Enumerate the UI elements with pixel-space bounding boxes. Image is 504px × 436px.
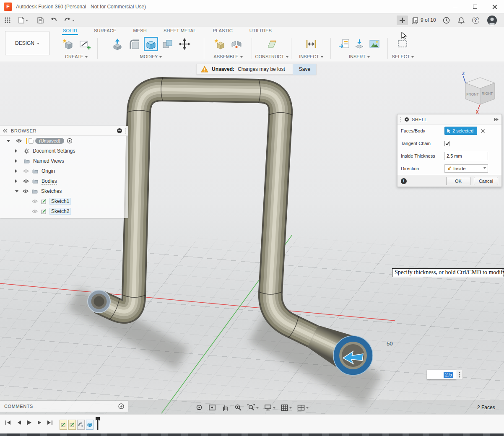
insert-mesh-icon[interactable] (353, 37, 366, 51)
expand-icon[interactable] (15, 149, 19, 153)
expand-dialog-icon[interactable] (494, 117, 499, 122)
joint-icon[interactable] (229, 37, 244, 51)
timeline-step-back-icon[interactable] (14, 418, 23, 427)
notifications-bell-icon[interactable] (456, 15, 466, 25)
visibility-eye-icon[interactable] (16, 139, 22, 143)
timeline-sweep-icon[interactable] (77, 420, 85, 430)
view-cube[interactable]: Z FRONT RIGHT X (453, 69, 503, 115)
close-button[interactable] (486, 0, 503, 13)
user-avatar[interactable] (487, 16, 497, 25)
display-settings-icon[interactable] (264, 404, 275, 411)
inside-thickness-input[interactable] (444, 152, 488, 160)
tree-row-sketches[interactable]: Sketches (0, 186, 128, 196)
tree-row-sketch2[interactable]: Sketch2 (0, 206, 128, 216)
minimize-button[interactable] (446, 0, 464, 13)
tree-row-origin[interactable]: Origin (0, 166, 128, 176)
dialog-grip[interactable] (400, 117, 402, 122)
visibility-eye-icon[interactable] (23, 189, 29, 193)
save-icon[interactable] (35, 15, 45, 25)
pipe-left-end-face[interactable] (88, 290, 110, 313)
timeline-marker[interactable] (95, 417, 101, 430)
tab-mesh[interactable]: MESH (132, 27, 148, 34)
direction-dropdown[interactable]: Inside (444, 164, 488, 173)
tree-row-named-views[interactable]: Named Views (0, 156, 128, 166)
expand-icon[interactable] (7, 140, 10, 144)
combine-icon[interactable] (161, 37, 175, 51)
visibility-eye-off-icon[interactable] (32, 209, 38, 213)
collapse-panel-icon[interactable] (3, 129, 8, 133)
timeline-sketch2-icon[interactable] (68, 420, 76, 430)
extensions-icon[interactable] (410, 16, 420, 26)
orbit-icon[interactable] (195, 404, 203, 411)
timeline-shell-icon[interactable] (86, 420, 94, 430)
visibility-eye-off-icon[interactable] (23, 169, 29, 173)
zoom-icon[interactable] (234, 404, 242, 411)
insert-svg-icon[interactable] (338, 37, 351, 51)
tab-surface[interactable]: SURFACE (93, 27, 117, 34)
file-menu-icon[interactable] (16, 15, 30, 25)
expand-icon[interactable] (15, 190, 18, 194)
timeline-go-to-start-icon[interactable] (3, 418, 13, 427)
tree-row-document-settings[interactable]: Document Settings (0, 146, 128, 156)
visibility-eye-off-icon[interactable] (32, 199, 38, 203)
pipe-body[interactable] (99, 89, 313, 336)
shell-tool-icon[interactable] (144, 37, 158, 51)
inside-thickness-label: Inside Thickness (401, 153, 444, 158)
expand-icon[interactable] (15, 169, 19, 173)
move-copy-icon[interactable] (177, 37, 192, 51)
construction-plane-icon[interactable] (265, 37, 279, 51)
activate-radio-icon[interactable] (67, 138, 73, 144)
unsaved-warning-bar: Unsaved: Changes may be lost Save (196, 64, 317, 75)
canvas-image-icon[interactable] (368, 37, 381, 51)
tangent-chain-checkbox[interactable] (444, 141, 450, 146)
cancel-button[interactable]: Cancel (474, 177, 498, 185)
tree-row-document[interactable]: (Unsaved) (0, 136, 128, 146)
expand-icon[interactable] (15, 159, 19, 163)
panel-grip[interactable] (125, 128, 127, 134)
browser-minimize-icon[interactable] (117, 128, 122, 134)
job-status-clock-icon[interactable] (441, 15, 451, 25)
tab-solid[interactable]: SOLID (62, 27, 78, 35)
app-grid-menu-icon[interactable] (3, 15, 13, 25)
measure-icon[interactable] (304, 37, 318, 51)
info-icon[interactable]: i (401, 178, 407, 184)
timeline-sketch1-icon[interactable] (60, 420, 67, 430)
timeline-step-forward-icon[interactable] (35, 418, 44, 427)
tab-sheet-metal[interactable]: SHEET METAL (163, 27, 197, 34)
grid-snap-icon[interactable] (281, 404, 292, 411)
ok-button[interactable]: OK (446, 177, 470, 185)
input-options-icon[interactable] (456, 370, 463, 379)
tab-utilities[interactable]: UTILITIES (249, 27, 273, 34)
redo-icon[interactable] (62, 15, 76, 25)
maximize-button[interactable] (466, 0, 484, 13)
look-at-icon[interactable] (208, 404, 216, 411)
new-solid-icon[interactable] (61, 37, 75, 51)
workspace-selector[interactable]: DESIGN (5, 31, 49, 55)
faces-body-label: Faces/Body (401, 128, 444, 133)
save-document-button[interactable]: Save (293, 64, 316, 75)
tree-row-bodies[interactable]: Bodies (0, 176, 128, 186)
expand-icon[interactable] (15, 179, 19, 183)
fit-icon[interactable] (247, 404, 259, 411)
faces-selected-button[interactable]: 2 selected (444, 127, 477, 135)
dimension-label: 50 (387, 340, 392, 347)
clear-selection-icon[interactable] (481, 129, 485, 133)
viewports-icon[interactable] (297, 405, 309, 411)
create-sketch-icon[interactable] (78, 37, 92, 51)
pan-icon[interactable] (221, 404, 229, 411)
new-tab-button[interactable] (397, 16, 408, 25)
new-component-icon[interactable] (213, 37, 227, 51)
tab-plastic[interactable]: PLASTIC (212, 27, 234, 34)
press-pull-icon[interactable] (110, 37, 125, 51)
tree-row-sketch1[interactable]: Sketch1 (0, 196, 128, 206)
fillet-icon[interactable] (127, 37, 141, 51)
shell-dialog-header[interactable]: SHELL (397, 114, 501, 125)
tree-row-label: Bodies (42, 178, 57, 184)
model-viewport[interactable]: Z FRONT RIGHT X Unsaved: Changes may be … (0, 62, 504, 414)
thickness-value-input[interactable]: 2.5 (427, 370, 456, 379)
visibility-eye-icon[interactable] (23, 179, 29, 183)
help-icon[interactable]: ? (470, 15, 481, 25)
undo-icon[interactable] (49, 15, 59, 25)
timeline-play-icon[interactable] (24, 418, 34, 427)
timeline-go-to-end-icon[interactable] (45, 418, 55, 427)
